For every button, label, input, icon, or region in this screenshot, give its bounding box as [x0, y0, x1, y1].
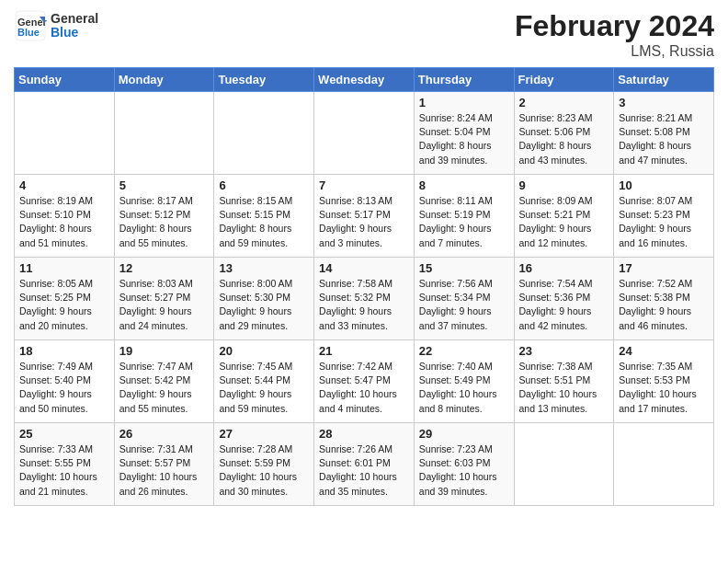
calendar-header: SundayMondayTuesdayWednesdayThursdayFrid…: [15, 68, 714, 92]
calendar-cell: 5Sunrise: 8:17 AM Sunset: 5:12 PM Daylig…: [114, 175, 214, 258]
calendar-cell: [514, 423, 614, 506]
day-number: 5: [119, 178, 210, 192]
calendar-cell: 24Sunrise: 7:35 AM Sunset: 5:53 PM Dayli…: [614, 340, 714, 423]
day-info: Sunrise: 8:09 AM Sunset: 5:21 PM Dayligh…: [519, 194, 609, 250]
day-info: Sunrise: 8:03 AM Sunset: 5:27 PM Dayligh…: [119, 277, 210, 333]
calendar-cell: 22Sunrise: 7:40 AM Sunset: 5:49 PM Dayli…: [414, 340, 514, 423]
day-info: Sunrise: 7:31 AM Sunset: 5:57 PM Dayligh…: [119, 442, 210, 499]
calendar-cell: [614, 423, 714, 506]
day-number: 3: [619, 96, 709, 109]
weekday-header-row: SundayMondayTuesdayWednesdayThursdayFrid…: [15, 68, 714, 92]
day-number: 29: [419, 427, 509, 441]
calendar-cell: 21Sunrise: 7:42 AM Sunset: 5:47 PM Dayli…: [314, 340, 415, 423]
day-number: 7: [319, 178, 409, 192]
calendar-cell: 10Sunrise: 8:07 AM Sunset: 5:23 PM Dayli…: [614, 175, 714, 258]
calendar-cell: 23Sunrise: 7:38 AM Sunset: 5:51 PM Dayli…: [514, 340, 614, 423]
logo-icon: General Blue: [14, 9, 47, 42]
day-number: 16: [519, 261, 609, 275]
weekday-header-tuesday: Tuesday: [214, 68, 314, 92]
logo: General Blue General Blue: [14, 9, 98, 42]
day-number: 4: [19, 178, 109, 192]
day-info: Sunrise: 8:15 AM Sunset: 5:15 PM Dayligh…: [219, 194, 309, 250]
calendar-cell: 7Sunrise: 8:13 AM Sunset: 5:17 PM Daylig…: [314, 175, 415, 258]
day-info: Sunrise: 7:26 AM Sunset: 6:01 PM Dayligh…: [319, 442, 409, 499]
calendar-cell: 1Sunrise: 8:24 AM Sunset: 5:04 PM Daylig…: [414, 92, 514, 175]
calendar-cell: 8Sunrise: 8:11 AM Sunset: 5:19 PM Daylig…: [414, 175, 514, 258]
calendar-cell: 15Sunrise: 7:56 AM Sunset: 5:34 PM Dayli…: [414, 258, 514, 340]
calendar-cell: 4Sunrise: 8:19 AM Sunset: 5:10 PM Daylig…: [15, 175, 115, 258]
logo-line1: General: [51, 12, 98, 26]
day-number: 17: [619, 261, 709, 275]
day-info: Sunrise: 8:07 AM Sunset: 5:23 PM Dayligh…: [619, 194, 709, 250]
day-info: Sunrise: 7:54 AM Sunset: 5:36 PM Dayligh…: [519, 277, 609, 333]
day-info: Sunrise: 8:05 AM Sunset: 5:25 PM Dayligh…: [19, 277, 109, 333]
day-info: Sunrise: 8:23 AM Sunset: 5:06 PM Dayligh…: [519, 111, 609, 167]
day-info: Sunrise: 8:24 AM Sunset: 5:04 PM Dayligh…: [419, 111, 509, 167]
calendar-cell: 9Sunrise: 8:09 AM Sunset: 5:21 PM Daylig…: [514, 175, 614, 258]
day-info: Sunrise: 7:47 AM Sunset: 5:42 PM Dayligh…: [119, 360, 210, 416]
weekday-header-thursday: Thursday: [414, 68, 514, 92]
weekday-header-saturday: Saturday: [614, 68, 714, 92]
day-info: Sunrise: 7:45 AM Sunset: 5:44 PM Dayligh…: [219, 360, 309, 416]
day-number: 18: [19, 344, 109, 358]
calendar-cell: [314, 92, 415, 175]
day-number: 23: [519, 344, 609, 358]
day-info: Sunrise: 8:17 AM Sunset: 5:12 PM Dayligh…: [119, 194, 210, 250]
calendar-week-1: 1Sunrise: 8:24 AM Sunset: 5:04 PM Daylig…: [15, 92, 714, 175]
day-number: 1: [419, 96, 509, 109]
day-number: 12: [119, 261, 210, 275]
calendar-cell: 3Sunrise: 8:21 AM Sunset: 5:08 PM Daylig…: [614, 92, 714, 175]
day-info: Sunrise: 7:35 AM Sunset: 5:53 PM Dayligh…: [619, 360, 709, 416]
day-info: Sunrise: 8:13 AM Sunset: 5:17 PM Dayligh…: [319, 194, 409, 250]
day-info: Sunrise: 7:38 AM Sunset: 5:51 PM Dayligh…: [519, 360, 609, 416]
calendar-cell: 28Sunrise: 7:26 AM Sunset: 6:01 PM Dayli…: [314, 423, 415, 506]
calendar-cell: 18Sunrise: 7:49 AM Sunset: 5:40 PM Dayli…: [15, 340, 115, 423]
day-number: 13: [219, 261, 309, 275]
calendar-cell: [214, 92, 314, 175]
day-number: 26: [119, 427, 210, 441]
day-info: Sunrise: 8:00 AM Sunset: 5:30 PM Dayligh…: [219, 277, 309, 333]
calendar-cell: 17Sunrise: 7:52 AM Sunset: 5:38 PM Dayli…: [614, 258, 714, 340]
calendar-cell: 6Sunrise: 8:15 AM Sunset: 5:15 PM Daylig…: [214, 175, 314, 258]
calendar-cell: 26Sunrise: 7:31 AM Sunset: 5:57 PM Dayli…: [114, 423, 214, 506]
calendar-cell: [15, 92, 115, 175]
day-info: Sunrise: 8:11 AM Sunset: 5:19 PM Dayligh…: [419, 194, 509, 250]
day-number: 21: [319, 344, 409, 358]
calendar-cell: 29Sunrise: 7:23 AM Sunset: 6:03 PM Dayli…: [414, 423, 514, 506]
day-number: 20: [219, 344, 309, 358]
day-info: Sunrise: 7:33 AM Sunset: 5:55 PM Dayligh…: [19, 442, 109, 499]
day-info: Sunrise: 7:23 AM Sunset: 6:03 PM Dayligh…: [419, 442, 509, 499]
calendar-table: SundayMondayTuesdayWednesdayThursdayFrid…: [14, 67, 714, 506]
day-number: 25: [19, 427, 109, 441]
calendar-cell: 25Sunrise: 7:33 AM Sunset: 5:55 PM Dayli…: [15, 423, 115, 506]
day-info: Sunrise: 7:56 AM Sunset: 5:34 PM Dayligh…: [419, 277, 509, 333]
day-number: 28: [319, 427, 409, 441]
calendar-cell: 14Sunrise: 7:58 AM Sunset: 5:32 PM Dayli…: [314, 258, 415, 340]
day-info: Sunrise: 7:52 AM Sunset: 5:38 PM Dayligh…: [619, 277, 709, 333]
day-number: 15: [419, 261, 509, 275]
day-info: Sunrise: 7:58 AM Sunset: 5:32 PM Dayligh…: [319, 277, 409, 333]
calendar-cell: [114, 92, 214, 175]
day-number: 14: [319, 261, 409, 275]
day-number: 6: [219, 178, 309, 192]
day-info: Sunrise: 7:42 AM Sunset: 5:47 PM Dayligh…: [319, 360, 409, 416]
day-number: 11: [19, 261, 109, 275]
day-info: Sunrise: 7:49 AM Sunset: 5:40 PM Dayligh…: [19, 360, 109, 416]
day-number: 27: [219, 427, 309, 441]
calendar-body: 1Sunrise: 8:24 AM Sunset: 5:04 PM Daylig…: [15, 92, 714, 506]
day-number: 24: [619, 344, 709, 358]
day-number: 19: [119, 344, 210, 358]
calendar-week-4: 18Sunrise: 7:49 AM Sunset: 5:40 PM Dayli…: [15, 340, 714, 423]
weekday-header-friday: Friday: [514, 68, 614, 92]
location-subtitle: LMS, Russia: [515, 43, 714, 60]
month-year-title: February 2024: [515, 9, 714, 43]
weekday-header-monday: Monday: [114, 68, 214, 92]
day-number: 10: [619, 178, 709, 192]
calendar-cell: 19Sunrise: 7:47 AM Sunset: 5:42 PM Dayli…: [114, 340, 214, 423]
day-number: 2: [519, 96, 609, 109]
calendar-cell: 12Sunrise: 8:03 AM Sunset: 5:27 PM Dayli…: [114, 258, 214, 340]
svg-text:Blue: Blue: [17, 27, 40, 38]
weekday-header-wednesday: Wednesday: [314, 68, 415, 92]
calendar-week-3: 11Sunrise: 8:05 AM Sunset: 5:25 PM Dayli…: [15, 258, 714, 340]
day-info: Sunrise: 7:28 AM Sunset: 5:59 PM Dayligh…: [219, 442, 309, 499]
